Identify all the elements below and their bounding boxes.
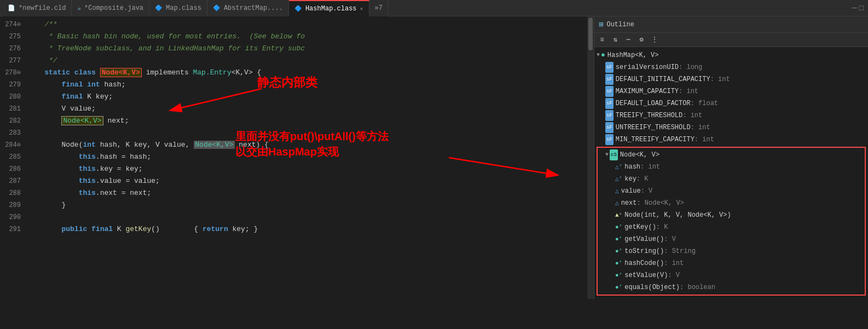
line-content-276: * TreeNode subclass, and in LinkedHashMa… <box>27 43 594 55</box>
tab-abstractmap[interactable]: 🔷 AbstractMap.... <box>207 0 289 16</box>
editor-area[interactable]: 274⊖ /** 275 * Basic hash bin node, used… <box>0 16 594 299</box>
toolbar-btn-3[interactable]: ⋯ <box>623 34 634 45</box>
outline-node-setvalue[interactable]: ●ᶠ setValue(V) : V <box>598 269 865 281</box>
minimize-button[interactable]: ─ <box>852 4 857 13</box>
outline-body[interactable]: ▼ ● HashMap<K, V> sF serialVersionUID : … <box>594 47 868 299</box>
field-icon-tt: sF <box>605 110 614 121</box>
tab-hashmap[interactable]: 🔷 HashMap.class ✕ <box>289 0 369 16</box>
tab-icon-abstractmap: 🔷 <box>213 4 221 11</box>
node-value-icon: △ <box>615 186 619 197</box>
line-number-279: 279 <box>0 79 27 91</box>
field-icon-dlf: sF <box>605 98 614 109</box>
outline-field-untreeify[interactable]: sF UNTREEIFY_THRESHOLD : int <box>594 122 868 134</box>
outline-node-getkey[interactable]: ●ᶠ getKey() : K <box>598 221 865 233</box>
tab-composite[interactable]: ☕ *Composite.java <box>72 0 149 16</box>
outline-root[interactable]: ▼ ● HashMap<K, V> <box>594 49 868 61</box>
field-icon-mtc: sF <box>605 134 614 145</box>
line-number-287: 287 <box>0 175 27 187</box>
node-tostring-icon: ●ᶠ <box>615 246 622 257</box>
outline-node-key[interactable]: △ᶠ key : K <box>598 173 865 185</box>
maximize-button[interactable]: □ <box>859 4 864 13</box>
code-line-287: 287 this.value = value; <box>0 175 594 187</box>
editor-scrollbar[interactable] <box>587 16 594 299</box>
toolbar-btn-5[interactable]: ⋮ <box>649 34 660 45</box>
node-hash-name: hash <box>624 161 640 172</box>
node-tostring-type: : String <box>664 246 696 257</box>
field-type-serial: : long <box>679 62 702 73</box>
node-getkey-icon: ●ᶠ <box>615 222 622 233</box>
toolbar-btn-2[interactable]: ⇅ <box>610 34 621 45</box>
line-content-281: V value; <box>27 103 594 115</box>
outline-node-value[interactable]: △ value : V <box>598 185 865 197</box>
node-setvalue-type: : V <box>668 270 680 281</box>
field-name-dic: DEFAULT_INITIAL_CAPACITY <box>616 74 710 85</box>
code-line-276: 276 * TreeNode subclass, and in LinkedHa… <box>0 43 594 55</box>
tab-bar: 📄 *newfile.cld ☕ *Composite.java 🔷 Map.c… <box>0 0 868 16</box>
toolbar-btn-4[interactable]: ⚙ <box>636 34 647 45</box>
field-name-ut: UNTREEIFY_THRESHOLD <box>616 122 691 133</box>
outline-field-serialversionuid[interactable]: sF serialVersionUID : long <box>594 61 868 73</box>
line-number-282: 282 <box>0 115 27 127</box>
line-number-276: 276 <box>0 43 27 55</box>
toolbar-btn-1[interactable]: ≡ <box>597 34 607 45</box>
code-line-281: 281 V value; <box>0 103 594 115</box>
field-icon-serial: sF <box>605 62 614 73</box>
field-name-serial: serialVersionUID <box>616 62 679 73</box>
outline-node-tostring[interactable]: ●ᶠ toString() : String <box>598 245 865 257</box>
node-getvalue-icon: ●ᶠ <box>615 234 622 245</box>
outline-node-getvalue[interactable]: ●ᶠ getValue() : V <box>598 233 865 245</box>
tab-overflow-label: »7 <box>375 4 383 12</box>
tab-overflow[interactable]: »7 <box>369 0 389 16</box>
tab-label-mapclass: Map.class <box>166 4 201 12</box>
outline-field-max-cap[interactable]: sF MAXIMUM_CAPACITY : int <box>594 85 868 97</box>
code-line-282: 282 Node<K,V> next; <box>0 115 594 127</box>
outline-root-name: HashMap<K, V> <box>607 50 659 61</box>
node-hashcode-name: hashCode() <box>624 258 664 269</box>
field-name-mc: MAXIMUM_CAPACITY <box>616 86 679 97</box>
code-line-288: 288 this.next = next; <box>0 187 594 199</box>
node-next-name: next <box>621 198 637 209</box>
outline-node-hashcode[interactable]: ●ᶠ hashCode() : int <box>598 257 865 269</box>
tab-mapclass[interactable]: 🔷 Map.class <box>149 0 207 16</box>
outline-root-arrow: ▼ <box>597 50 600 61</box>
field-name-tt: TREEIFY_THRESHOLD <box>616 110 682 121</box>
node-class-icon: cS <box>610 149 618 160</box>
node-key-name: key <box>624 174 636 184</box>
line-number-289: 289 <box>0 199 27 211</box>
tab-newfile[interactable]: 📄 *newfile.cld <box>2 0 72 16</box>
outline-field-treeify[interactable]: sF TREEIFY_THRESHOLD : int <box>594 109 868 122</box>
line-content-279: final int hash; <box>27 79 594 91</box>
node-equals-icon: ●ᶠ <box>615 282 622 293</box>
node-getkey-type: : K <box>656 222 668 233</box>
outline-node-constructor[interactable]: ▲ᶜ Node(int, K, V, Node<K, V>) <box>598 209 865 221</box>
field-icon-mc: sF <box>605 86 614 97</box>
outline-node-equals[interactable]: ●ᶠ equals(Object) : boolean <box>598 281 865 293</box>
close-hashmap-button[interactable]: ✕ <box>360 5 363 12</box>
line-content-288: this.next = next; <box>27 187 594 199</box>
node-hash-icon: △ᶠ <box>615 161 622 172</box>
line-number-290: 290 <box>0 211 27 223</box>
field-type-mc: : int <box>679 86 698 97</box>
node-value-type: : V <box>641 186 653 197</box>
outline-node-hash[interactable]: △ᶠ hash : int <box>598 161 865 173</box>
node-value-name: value <box>621 186 641 197</box>
node-hashcode-icon: ●ᶠ <box>615 258 622 269</box>
node-next-icon: △ <box>615 198 619 209</box>
outline-header: ⊞ Outline <box>594 16 868 33</box>
outline-field-default-initial[interactable]: sF DEFAULT_INITIAL_CAPACITY : int <box>594 73 868 85</box>
field-icon-ut: sF <box>605 122 614 133</box>
outline-field-min-treeify[interactable]: sF MIN_TREEIFY_CAPACITY : int <box>594 134 868 146</box>
outline-node-class[interactable]: ▼ cS Node<K, V> <box>598 149 865 161</box>
scrollbar-thumb[interactable] <box>588 18 593 50</box>
code-line-289: 289 } <box>0 199 594 211</box>
node-hashcode-type: : int <box>664 258 684 269</box>
line-content-290 <box>27 211 594 223</box>
field-name-dlf: DEFAULT_LOAD_FACTOR <box>616 98 691 109</box>
tab-icon-hashmap: 🔷 <box>294 5 302 12</box>
node-getkey-name: getKey() <box>624 222 656 233</box>
field-type-dic: : int <box>710 74 730 85</box>
outline-node-next[interactable]: △ next : Node<K, V> <box>598 197 865 209</box>
outline-field-default-load[interactable]: sF DEFAULT_LOAD_FACTOR : float <box>594 97 868 109</box>
code-line-279: 279 final int hash; <box>0 79 594 91</box>
node-constructor-icon: ▲ᶜ <box>615 210 622 221</box>
